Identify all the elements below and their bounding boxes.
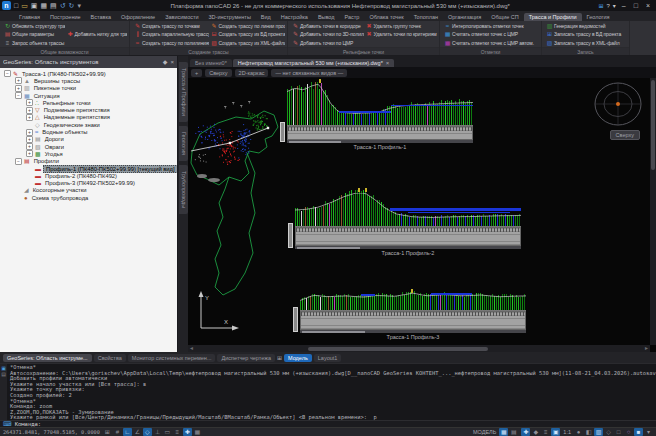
profile-scroll-thumb[interactable] (297, 247, 360, 249)
ribbon-tab-оформление[interactable]: Оформление (116, 13, 160, 21)
menu-status-icon[interactable]: ▾ (644, 428, 653, 436)
tree-item-профиль-3-пк492-пк502-99-99[interactable]: ▬Профиль-3 (ПК492-ПК502+99.99) (0, 179, 177, 186)
command-history[interactable]: *Отмена*Автосохранение: C:\Users\gorisch… (7, 364, 656, 420)
doc-tab-нефтепровод-магистральный-530-мм-изыскания-dwg[interactable]: Нефтепровод магистральный 530 мм (+изыск… (233, 59, 394, 67)
expand-icon[interactable]: + (26, 99, 33, 106)
ribbon-tab-построение[interactable]: Построение (45, 13, 86, 21)
doc-icon[interactable]: ▥ (594, 428, 603, 436)
записать-трассу-в-xml-файл-button[interactable]: ▨Записать трассу в XML-файл (544, 39, 627, 47)
ribbon-tab-растр[interactable]: Растр (340, 13, 365, 21)
expand-icon[interactable]: + (26, 114, 33, 121)
sheet-grid-icon[interactable]: ⊞ (277, 355, 282, 361)
tree-item-геодезические-знаки[interactable]: ◇Геодезические знаки (0, 121, 177, 128)
ribbon-tab-общие-сп[interactable]: Общие СП (486, 13, 524, 21)
создать-трассу-по-полилиниям-button[interactable]: ≈Создать трассу по полилиниям (132, 39, 209, 47)
интерполировать-отметки-точек-button[interactable]: ≈Интерполировать отметки точек (442, 22, 539, 30)
save-all-icon[interactable]: ▦ (39, 2, 48, 9)
ribbon-tab-зависимости[interactable]: Зависимости (160, 13, 203, 21)
annotation-scale[interactable]: 1:1 (563, 429, 571, 435)
tree-item-угодья[interactable]: +▩Угодья (0, 150, 177, 157)
fullscreen-icon[interactable]: □ (614, 428, 623, 436)
создать-параллельную-трассу-button[interactable]: ∥Создать параллельную трассу (132, 30, 209, 38)
считать-отметки-точек-с-цмр-автом-button[interactable]: ▦Считать отметки точек с ЦМР автом. (442, 39, 539, 47)
collapse-icon[interactable]: − (15, 158, 22, 165)
удалить-точки-по-критериям-button[interactable]: ✖Удалить точки по критериям (364, 30, 438, 38)
expand-icon[interactable]: + (15, 85, 22, 92)
maximize-button[interactable]: □ (630, 2, 642, 9)
tree-item-профиль-1-пк480-пк502-99-99-текущий-вид[interactable]: ▬Профиль-1 (ПК480-ПК502+99.99) [текущий … (0, 165, 177, 172)
grid-icon[interactable]: # (113, 428, 122, 436)
ribbon-tab-геология[interactable]: Геология (582, 13, 615, 21)
units-icon[interactable]: ▦ (193, 428, 202, 436)
vertical-tab-геология[interactable]: Геология (179, 126, 188, 161)
pin-icon[interactable]: ◆ (163, 59, 168, 65)
создать-трассу-из-xml-файла-button[interactable]: ▨Создать трассу из XML-файла (209, 39, 286, 47)
ribbon-tab-трасса-и-профили[interactable]: Трасса и Профили (524, 13, 582, 21)
запрос-объекта-трассы-button[interactable]: ≡Запрос объекта трассы (2, 39, 65, 47)
panel-tab-geoseries-область-инструме[interactable]: GeoSeries: Область инструме... (3, 354, 92, 362)
list-icon[interactable]: ≡ (541, 428, 550, 436)
добавить-точки-по-3d-полилинии-button[interactable]: ✎Добавить точки по 3D-полилинии (290, 30, 364, 38)
tree-item-трасса-1-пк480-пк502-99-99[interactable]: −✎Трасса-1 (ПК480-ПК502+99.99) (0, 70, 177, 77)
panel-close-icon[interactable]: × (170, 59, 174, 65)
panel-tab-свойства[interactable]: Свойства (94, 354, 126, 362)
tree-item-водные-объекты[interactable]: +≈Водные объекты (0, 128, 177, 135)
collapse-icon[interactable]: − (15, 92, 22, 99)
profile-scroll-thumb[interactable] (289, 141, 341, 143)
help-icon[interactable]: ? (606, 3, 609, 9)
selection-icon[interactable]: ✚ (183, 428, 192, 436)
tree-item-профиль-2-пк480-пк492[interactable]: ▬Профиль-2 (ПК480-ПК492) (0, 172, 177, 179)
генерация-ведомостей-button[interactable]: ▥Генерация ведомостей (544, 22, 627, 30)
viewport-сверху-button[interactable]: Сверху (205, 69, 231, 77)
close-tab-icon[interactable]: × (386, 60, 390, 66)
ribbon-tab-облака-точек[interactable]: Облака точек (364, 13, 408, 21)
model-tab[interactable]: Модель (284, 354, 312, 362)
profile-scroll-thumb[interactable] (302, 331, 365, 333)
profile-scrollbar[interactable] (287, 140, 473, 143)
expand-icon[interactable]: + (26, 136, 33, 143)
ribbon-tab-вставка[interactable]: Вставка (86, 13, 116, 21)
vertical-tab-трасса-и-профили[interactable]: Трасса и Профили (179, 62, 188, 122)
viewport-2d-каркас-button[interactable]: 2D-каркас (235, 69, 269, 77)
snap-icon[interactable]: ⊞ (103, 428, 112, 436)
horizontal-scrollbar[interactable]: ◄ ► (188, 345, 650, 352)
workspace-icon[interactable]: ✚ (521, 428, 530, 436)
minimize-button[interactable]: – (618, 2, 630, 9)
clean-icon[interactable]: ◇ (604, 428, 613, 436)
dyn-input-icon[interactable]: ▭ (163, 428, 172, 436)
open-folder-icon[interactable]: ▭ (20, 2, 29, 9)
grid-view-icon[interactable]: ⊞ (598, 3, 603, 9)
locator-top-button[interactable]: Сверху (610, 130, 640, 140)
добавить-нитку-для-трассы-button[interactable]: ✚Добавить нитку для трассы (65, 30, 128, 38)
vertical-scrollbar[interactable] (650, 78, 656, 345)
layout-space-icon[interactable]: ▤ (509, 428, 518, 436)
collapse-icon[interactable]: − (4, 70, 11, 77)
model-space-icon[interactable]: ▦ (499, 428, 508, 436)
print-icon[interactable]: ▤ (49, 2, 58, 9)
vertical-tab-трубопроводы[interactable]: Трубопроводы (179, 165, 188, 214)
записать-трассу-в-бд-проекта-button[interactable]: ⊞Записать трассу в БД проекта (544, 30, 627, 38)
layout-tab[interactable]: Layout1 (314, 354, 342, 362)
qat-menu-icon[interactable]: ▾ (76, 2, 82, 9)
добавить-точки-по-цмр-button[interactable]: ✎Добавить точки по ЦМР (290, 39, 364, 47)
vertical-scroll-thumb[interactable] (651, 80, 655, 170)
undo-icon[interactable]: ↺ (59, 2, 67, 9)
isolate-icon[interactable]: ○ (624, 428, 633, 436)
horizontal-scroll-thumb[interactable] (308, 347, 488, 351)
expand-icon[interactable]: + (26, 150, 33, 157)
ribbon-tab-топоплан[interactable]: Топоплан (409, 13, 443, 21)
ribbon-tab-3d-инструменты[interactable]: 3D-инструменты (204, 13, 256, 21)
expand-icon[interactable]: + (15, 77, 22, 84)
doc-tab-без-имени0[interactable]: Без имени0* (190, 59, 232, 67)
ribbon-tab-вывод[interactable]: Вывод (313, 13, 340, 21)
создать-трассу-по-линии-профиля-button[interactable]: ✎Создать трассу по линии профиля (209, 22, 286, 30)
cmd-doc-icon[interactable]: ▤ (1, 372, 6, 377)
polar-icon[interactable]: ∠ (133, 428, 142, 436)
drawing-canvas[interactable]: Y X Сверху ◄ ► Трасса-1 Профиль-1Тра (188, 78, 656, 352)
tree-item-овраги[interactable]: +▧Овраги (0, 143, 177, 150)
menu-down-icon[interactable]: ▾ (613, 3, 616, 9)
annotation-icon[interactable]: ◆ (531, 428, 540, 436)
tree-item-рельефные-точки[interactable]: +∴Рельефные точки (0, 99, 177, 106)
ribbon-tab-вид[interactable]: Вид (256, 13, 276, 21)
tree-item-дороги[interactable]: +▤Дороги (0, 136, 177, 143)
